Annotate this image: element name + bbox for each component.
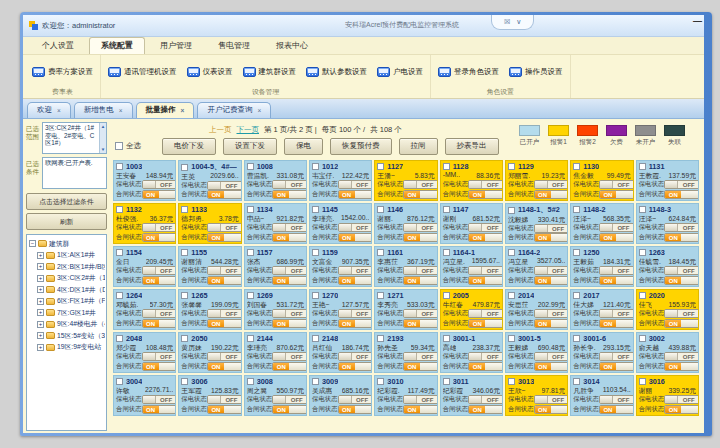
card-checkbox[interactable] [639,206,646,213]
tree-node[interactable]: +4区:D区1#井（D区1# [29,284,105,296]
choose-filter-button[interactable]: 点击选择过滤条件 [26,193,107,210]
switch-toggle[interactable]: ON [534,233,569,242]
card-checkbox[interactable] [377,249,384,256]
meter-card[interactable]: 3010纪彩霞.117.49元保电状态OFF合闸状态ON [374,375,437,416]
protect-toggle[interactable]: OFF [403,395,438,404]
switch-toggle[interactable]: ON [338,405,373,414]
switch-toggle[interactable]: ON [207,276,242,285]
card-checkbox[interactable] [312,335,319,342]
meter-card[interactable]: 3001-5王毅娣690.48元保电状态OFF合闸状态ON [505,332,568,373]
card-checkbox[interactable] [508,163,515,170]
card-checkbox[interactable] [377,206,384,213]
meter-card[interactable]: 1146谢丽.876.12元保电状态OFF合闸状态ON [374,203,437,244]
meter-card[interactable]: 3016谢丽339.25元保电状态OFF合闸状态ON [636,375,699,416]
protect-toggle[interactable]: OFF [338,223,373,232]
switch-toggle[interactable]: ON [207,362,242,371]
protect-toggle[interactable]: OFF [599,266,634,275]
card-checkbox[interactable] [312,378,319,385]
card-checkbox[interactable] [573,206,580,213]
card-checkbox[interactable] [181,164,188,171]
refresh-button[interactable]: 刷新 [26,213,107,230]
protect-toggle[interactable]: OFF [338,180,373,189]
meter-card[interactable]: 3001-1高雄238.37元保电状态OFF合闸状态ON [440,332,503,373]
protect-toggle[interactable]: OFF [207,266,242,275]
expand-icon[interactable]: + [37,332,44,339]
meter-card[interactable]: 1250王毅茹184.31元保电状态OFF合闸状态ON [570,246,633,287]
meter-card[interactable]: 2048郑少霞108.48元保电状态OFF合闸状态ON [113,332,176,373]
meter-card[interactable]: 1161李惠茳367.19元保电状态OFF合闸状态ON [374,246,437,287]
card-checkbox[interactable] [247,292,254,299]
chevron-down-icon[interactable]: ∨ [516,18,521,26]
switch-toggle[interactable]: ON [142,362,177,371]
card-checkbox[interactable] [247,163,254,170]
protect-toggle[interactable]: OFF [664,352,699,361]
ribbon-button[interactable]: 通讯管理机设置 [108,67,177,77]
switch-toggle[interactable]: ON [468,190,503,199]
meter-card[interactable]: 1134申品~921.82元保电状态OFF合闸状态ON [244,203,307,244]
protect-toggle[interactable]: OFF [468,309,503,318]
card-checkbox[interactable] [508,292,515,299]
meter-card[interactable]: 1265张馨馨199.09元保电状态OFF合闸状态ON [178,289,241,330]
protect-toggle[interactable]: OFF [534,224,569,233]
meter-card[interactable]: 1145李瑾亮.1542.00..保电状态OFF合闸状态ON [309,203,372,244]
document-tab[interactable]: 批量操作× [136,102,195,118]
meter-card[interactable]: 1131王教霞.137.59元保电状态OFF合闸状态ON [636,160,699,201]
card-checkbox[interactable] [181,292,188,299]
protect-toggle[interactable]: OFF [272,352,307,361]
meter-card[interactable]: 1148-3汪泽~624.84元保电状态OFF合闸状态ON [636,203,699,244]
protect-toggle[interactable]: OFF [338,395,373,404]
action-button[interactable]: 电价下发 [162,138,216,155]
meter-card[interactable]: 3001-6孙长争.293.15元保电状态OFF合闸状态ON [570,332,633,373]
meter-card[interactable]: 1270王艳~127.57元保电状态OFF合闸状态ON [309,289,372,330]
tree-node[interactable]: +7区:G区1#井 [29,307,105,319]
meter-card[interactable]: 2020佳飞155.93元保电状态OFF合闸状态ON [636,289,699,330]
card-checkbox[interactable] [247,249,254,256]
switch-toggle[interactable]: ON [664,190,699,199]
next-page-link[interactable]: 下一页 [237,125,260,135]
switch-toggle[interactable]: ON [272,362,307,371]
card-checkbox[interactable] [508,378,515,385]
protect-toggle[interactable]: OFF [272,266,307,275]
switch-toggle[interactable]: ON [207,405,242,414]
protect-toggle[interactable]: OFF [599,223,634,232]
card-checkbox[interactable] [181,335,188,342]
protect-toggle[interactable]: OFF [468,266,503,275]
protect-toggle[interactable]: OFF [599,309,634,318]
switch-toggle[interactable]: ON [272,405,307,414]
switch-toggle[interactable]: ON [403,319,438,328]
protect-toggle[interactable]: OFF [534,180,569,189]
meter-card[interactable]: 2014安思茳202.99元保电状态OFF合闸状态ON [505,289,568,330]
protect-toggle[interactable]: OFF [534,309,569,318]
switch-toggle[interactable]: ON [664,362,699,371]
meter-card[interactable]: 1008曹温凯.331.08元保电状态OFF合闸状态ON [244,160,307,201]
meter-card[interactable]: 1130焦金毅99.49元保电状态OFF合闸状态ON [570,160,633,201]
switch-toggle[interactable]: ON [534,276,569,285]
switch-toggle[interactable]: ON [664,405,699,414]
menu-tab[interactable]: 个人设置 [31,38,85,54]
meter-card[interactable]: 3014凡胜争1103.54..保电状态OFF合闸状态ON [570,375,633,416]
protect-toggle[interactable]: OFF [142,180,177,189]
meter-card[interactable]: 1159文富金907.35元保电状态OFF合闸状态ON [309,246,372,287]
switch-toggle[interactable]: ON [403,276,438,285]
protect-toggle[interactable]: OFF [272,309,307,318]
protect-toggle[interactable]: OFF [207,223,242,232]
card-checkbox[interactable] [312,206,319,213]
card-checkbox[interactable] [116,335,123,342]
protect-toggle[interactable]: OFF [664,395,699,404]
protect-toggle[interactable]: OFF [403,223,438,232]
scroll-down-icon[interactable]: ▼ [101,146,105,154]
close-icon[interactable]: × [181,107,185,114]
protect-toggle[interactable]: OFF [664,266,699,275]
switch-toggle[interactable]: ON [534,190,569,199]
protect-toggle[interactable]: OFF [272,223,307,232]
tree-node[interactable]: +9区:4#楼电井（4#楼 [29,319,105,331]
card-checkbox[interactable] [312,292,319,299]
meter-card[interactable]: 3006王军霞125.83元保电状态OFF合闸状态ON [178,375,241,416]
protect-toggle[interactable]: OFF [142,223,177,232]
protect-toggle[interactable]: OFF [142,266,177,275]
card-checkbox[interactable] [377,163,384,170]
card-checkbox[interactable] [377,378,384,385]
meter-card[interactable]: 3002俞天越439.88元保电状态OFF合闸状态ON [636,332,699,373]
meter-card[interactable]: 2017佳大娣121.40元保电状态OFF合闸状态ON [570,289,633,330]
expand-icon[interactable]: + [37,321,44,328]
